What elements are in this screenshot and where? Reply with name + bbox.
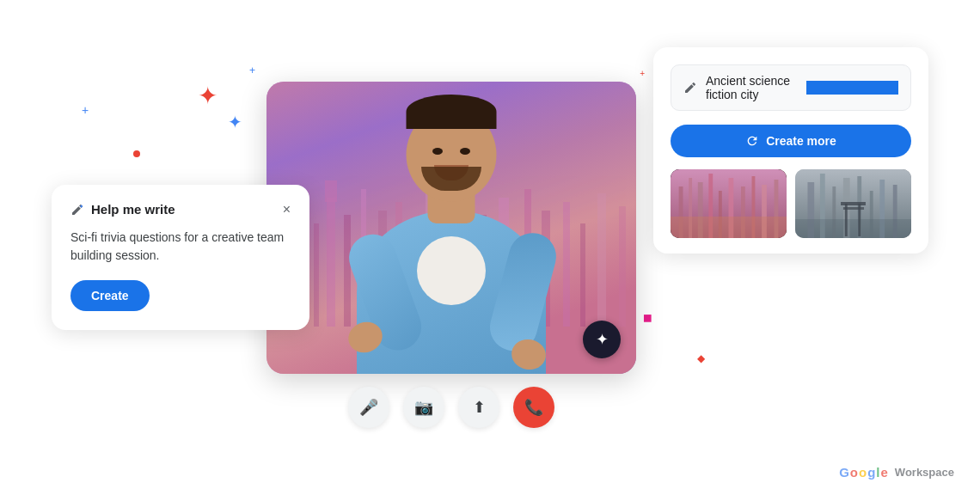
workspace-label: Workspace [895,466,954,479]
diamond-red-icon: ◆ [697,352,705,364]
google-g-green: l [876,465,879,480]
google-g-red2: e [881,465,888,480]
google-g-yellow: o [859,465,867,480]
microphone-button[interactable]: 🎤 [348,387,389,428]
google-g-blue: G [839,465,849,480]
cross-red-icon: + [640,69,645,78]
image-thumbnails [671,169,911,238]
share-icon: ⬆ [473,398,486,417]
card-header: Help me write × [70,202,291,217]
svg-rect-19 [580,223,585,327]
end-call-icon: 📞 [524,398,543,417]
camera-icon: 📷 [414,398,433,417]
image-thumbnail-2[interactable] [795,169,911,238]
sparkle-blue-icon: ✦ [228,112,242,132]
prompt-input-row[interactable]: Ancient science fiction city [671,64,911,111]
google-g-red: o [850,465,858,480]
magic-effects-button[interactable]: ✦ [583,321,621,358]
image-thumbnail-1[interactable] [671,169,787,238]
camera-button[interactable]: 📷 [403,387,444,428]
watermark: Google Workspace [839,465,954,480]
thumbnail-1-svg [671,169,787,238]
svg-rect-20 [597,193,606,327]
sparkle-magic-icon: ✦ [596,330,609,349]
mic-icon: 🎤 [359,398,378,417]
google-g-blue2: g [867,465,875,480]
svg-rect-47 [841,202,866,205]
sparkle-red-icon: ✦ [198,82,217,110]
end-call-button[interactable]: 📞 [513,387,554,428]
person-silhouette [331,107,572,374]
help-me-write-card: Help me write × Sci-fi trivia questions … [52,185,309,330]
create-more-button[interactable]: Create more [671,125,911,157]
close-button[interactable]: × [283,203,291,217]
svg-rect-48 [843,207,864,210]
refresh-icon [745,134,759,148]
plus-blue-icon: + [82,103,89,117]
create-more-label: Create more [766,134,836,148]
video-controls-bar: 🎤 📷 ⬆ 📞 [266,387,636,428]
card-body-text: Sci-fi trivia questions for a creative t… [70,229,291,265]
card-title: Help me write [70,202,175,217]
text-cursor [806,81,898,95]
dot-red-decoration [133,150,140,157]
cross-blue-icon: + [249,64,255,76]
image-generation-card: Ancient science fiction city Create more [653,47,928,254]
diamond-pink-icon: ◆ [639,309,658,327]
create-button[interactable]: Create [70,280,150,311]
svg-rect-34 [671,217,787,238]
prompt-text: Ancient science fiction city [706,74,798,101]
svg-rect-2 [314,223,319,327]
pencil-sparkle-icon [70,203,84,217]
svg-rect-21 [619,206,626,327]
share-screen-button[interactable]: ⬆ [458,387,499,428]
video-card: ✦ [266,82,636,374]
prompt-icon [683,81,697,95]
svg-rect-44 [795,219,911,238]
thumbnail-2-svg [795,169,911,238]
